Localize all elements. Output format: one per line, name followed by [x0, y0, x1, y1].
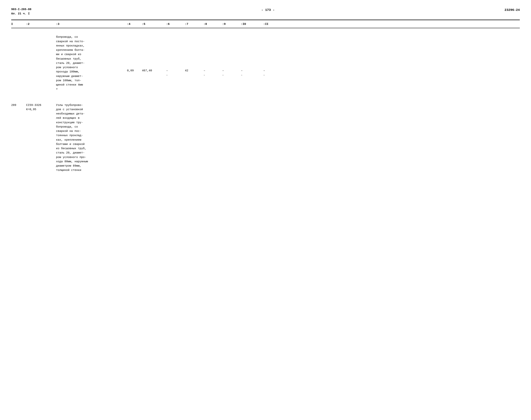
- row-1-col6: ––: [166, 35, 185, 77]
- row-1: бопровода, со сваркой на посто- янных пр…: [11, 34, 520, 92]
- table-row: бопровода, со сваркой на посто- янных пр…: [11, 34, 520, 92]
- header-center: - 173 -: [261, 8, 274, 12]
- row-1-col10: ––: [241, 35, 263, 77]
- row-1-col5: 467,40: [142, 35, 166, 73]
- col-header-6: :6: [166, 22, 185, 26]
- column-headers: I :2 :3 :4 :5 :6 :7 :8 :9 :IO :II: [11, 20, 520, 28]
- doc-number: 903-I-265-88: [11, 7, 31, 12]
- col-header-4: :4: [127, 22, 142, 26]
- col-header-1: I: [11, 22, 26, 26]
- page-header: 903-I-265-88 Ал. 21 ч. I - 173 - 23296-2…: [11, 7, 520, 16]
- sheet-label: Ал. 21 ч. I: [11, 12, 31, 16]
- row-1-col8: ––: [204, 35, 222, 77]
- row-1-description: бопровода, со сваркой на посто- янных пр…: [56, 35, 127, 91]
- col-header-7: :7: [185, 22, 204, 26]
- table-row: 289 СI59-3326 К=0,95 Узлы трубопрово- до…: [11, 102, 520, 174]
- row-1-col9: ––: [222, 35, 241, 77]
- main-table: I :2 :3 :4 :5 :6 :7 :8 :9 :IO :II бопров…: [11, 20, 520, 174]
- col-header-8: :8: [204, 22, 222, 26]
- row-1-col7: 42: [185, 35, 204, 73]
- col-header-11: :II: [263, 22, 286, 26]
- col-header-3: :3: [56, 22, 127, 26]
- page-center: - 173 -: [261, 8, 274, 12]
- col-header-10: :IO: [241, 22, 263, 26]
- row-1-col11: ––: [263, 35, 286, 77]
- col-header-5: :5: [142, 22, 166, 26]
- header-right: 23296-24: [504, 8, 520, 12]
- row-1-col4: 0,09: [127, 35, 142, 73]
- row-2: 289 СI59-3326 К=0,95 Узлы трубопрово- до…: [11, 102, 520, 174]
- col-header-2: :2: [26, 22, 56, 26]
- page-right: 23296-24: [504, 8, 520, 12]
- row-2-id: 289: [11, 103, 26, 107]
- header-left: 903-I-265-88 Ал. 21 ч. I: [11, 7, 31, 16]
- row-2-code: СI59-3326 К=0,95: [26, 103, 56, 112]
- row-2-description: Узлы трубопрово- дов с установкой необхо…: [56, 103, 127, 173]
- col-header-9: :9: [222, 22, 241, 26]
